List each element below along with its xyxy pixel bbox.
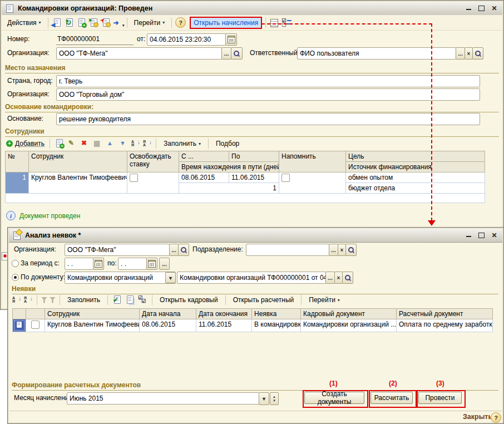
magnifier-icon[interactable] <box>342 272 353 284</box>
maximize-icon[interactable] <box>477 4 486 13</box>
reason-field[interactable]: решение руководителя <box>56 113 480 125</box>
sort-asc-icon[interactable]: АЯ↓ <box>131 140 140 147</box>
edit-pencil-icon[interactable]: ✎ <box>67 139 77 149</box>
col-checkbox[interactable] <box>26 309 45 319</box>
col-row-icon[interactable] <box>13 309 26 319</box>
document-type-select[interactable]: Командировки организаций <box>65 272 176 284</box>
goto-menu-button[interactable]: Перейти▾ <box>305 295 343 305</box>
accrual-in-icon[interactable]: ➤ <box>88 18 99 28</box>
date-to-cell[interactable]: 11.06.2015 <box>229 172 279 183</box>
fill-menu-button[interactable]: Заполнить▾ <box>160 139 204 149</box>
accrual-out-icon[interactable]: ➤ <box>101 18 111 28</box>
window1-titlebar[interactable]: Командировки организаций: Проведен ✕ <box>2 2 502 16</box>
add-row-button[interactable]: + Добавить <box>5 139 46 149</box>
col-free-rate[interactable]: Освобождать ставку <box>127 151 179 172</box>
checkbox-list-icon[interactable]: ☑ ☐ <box>281 18 292 28</box>
clear-icon[interactable]: × <box>465 47 473 60</box>
calendar-icon[interactable] <box>146 258 157 270</box>
col-absence[interactable]: Неявка <box>252 309 301 319</box>
selected-row-icon-cell[interactable] <box>13 319 26 332</box>
refresh-icon[interactable]: ↻ <box>64 18 75 28</box>
dropdown-icon[interactable]: ▾ <box>259 392 269 405</box>
close-icon[interactable]: ✕ <box>490 4 499 13</box>
col-hr-doc[interactable]: Кадровый документ <box>301 309 397 319</box>
col-goal[interactable]: Цель <box>346 151 485 162</box>
col-calc-doc[interactable]: Расчетный документ <box>397 309 493 319</box>
empty-table-space[interactable] <box>6 194 485 203</box>
remind-cell[interactable] <box>279 172 346 194</box>
col-employee[interactable]: Сотрудник <box>29 151 127 172</box>
document-ref-field[interactable]: Командировки организаций ТФ000000001 от … <box>177 272 326 284</box>
magnifier-icon[interactable] <box>345 244 357 256</box>
ellipsis-button[interactable]: ... <box>159 258 170 270</box>
filter-clear-icon[interactable] <box>50 297 56 303</box>
col-end-date[interactable]: Дата окончания <box>196 309 252 319</box>
col-funding-source[interactable]: Источник финансирования <box>346 162 485 172</box>
checkbox-unchecked[interactable] <box>31 321 39 329</box>
open-calc-doc-button[interactable]: Открыть расчетный <box>230 295 298 305</box>
department-field[interactable] <box>246 244 329 256</box>
ellipsis-button[interactable]: ... <box>325 272 335 284</box>
checkbox-unchecked[interactable] <box>130 174 138 182</box>
checkbox-cell[interactable] <box>26 319 45 332</box>
responsible-field[interactable]: ФИО пользователя <box>297 47 456 60</box>
start-date-cell[interactable]: 08.06.2015 <box>140 319 196 332</box>
calendar-icon[interactable] <box>93 258 104 270</box>
travel-days-cell[interactable]: 1 <box>179 183 279 194</box>
employee-cell[interactable]: Круглов Валентин Тимофеевич <box>29 172 127 194</box>
minimize-icon[interactable] <box>464 4 473 13</box>
col-start-date[interactable]: Дата начала <box>140 309 196 319</box>
end-edit-icon[interactable]: ▦ <box>92 139 103 149</box>
fill-button[interactable]: Заполнить <box>64 295 103 305</box>
ellipsis-button[interactable]: ... <box>329 244 338 256</box>
employee-cell[interactable]: Круглов Валентин Тимофеевич <box>45 319 140 332</box>
col-remind[interactable]: Напомнить <box>279 151 346 172</box>
clear-icon[interactable]: × <box>338 244 346 256</box>
sort-desc-icon[interactable]: ЯА↓ <box>142 140 152 147</box>
by-document-radio[interactable] <box>12 274 19 281</box>
absence-cell[interactable]: В командировке <box>252 319 301 332</box>
move-up-icon[interactable]: ▲ <box>105 139 116 149</box>
calendar-icon[interactable] <box>225 33 237 46</box>
window2-titlebar[interactable]: Анализ неявок * ✕ <box>9 229 502 243</box>
close-icon[interactable]: ✕ <box>490 231 499 240</box>
goal-cell[interactable]: обмен опытом <box>346 172 485 183</box>
copy-icon[interactable] <box>125 295 135 305</box>
number-field[interactable]: ТФ000000001 <box>56 33 134 45</box>
period-from-field[interactable]: . . <box>65 258 93 270</box>
col-to[interactable]: По <box>229 151 279 162</box>
checkboxes-icon[interactable]: ☑☑ <box>137 295 148 305</box>
actions-menu-button[interactable]: Действия▾ <box>4 18 45 28</box>
col-num[interactable]: № <box>6 151 29 172</box>
minimize-icon[interactable] <box>464 231 473 240</box>
period-radio[interactable] <box>12 260 19 267</box>
col-from[interactable]: С ... <box>179 151 229 162</box>
maximize-icon[interactable] <box>477 231 486 240</box>
goto-menu-button[interactable]: Перейти▾ <box>131 18 169 28</box>
check-all-icon[interactable]: ✔ <box>112 295 122 305</box>
org-field[interactable]: ООО "ТФ-Мега" <box>56 47 222 60</box>
magnifier-icon[interactable] <box>231 47 243 60</box>
move-down-icon[interactable]: ▼ <box>118 139 129 149</box>
filter-icon[interactable] <box>41 297 47 303</box>
list-settings-icon[interactable] <box>269 18 280 28</box>
pick-button[interactable]: Подбор <box>213 139 243 149</box>
ellipsis-button[interactable]: ... <box>169 244 179 256</box>
copy-add-icon[interactable]: + <box>76 18 87 28</box>
period-to-field[interactable]: . . <box>118 258 147 270</box>
dest-org-field[interactable]: ООО "Торговый дом" <box>56 88 480 101</box>
funding-source-cell[interactable]: бюджет отдела <box>346 183 485 194</box>
forward-icon[interactable]: ➜▾ <box>113 18 123 28</box>
hr-doc-cell[interactable]: Командировки организаций ... <box>301 319 397 332</box>
dropdown-icon[interactable]: ▾ <box>165 272 176 283</box>
open-accruals-button[interactable]: Открыть начисления <box>191 18 261 28</box>
magnifier-icon[interactable] <box>472 47 483 60</box>
sort-desc-icon[interactable]: ЯА↓ <box>23 297 33 303</box>
copy-row-icon[interactable]: + <box>54 139 65 149</box>
col-travel-time[interactable]: Время нахождения в пути (дней) <box>179 162 279 172</box>
sort-asc-icon[interactable]: АЯ↓ <box>12 297 21 303</box>
col-employee[interactable]: Сотрудник <box>45 309 140 319</box>
table-row[interactable]: 1 Круглов Валентин Тимофеевич 08.06.2015… <box>6 172 485 183</box>
accrual-month-field[interactable]: Июнь 2015 <box>67 392 259 405</box>
delete-icon[interactable]: ✖ <box>80 139 90 149</box>
